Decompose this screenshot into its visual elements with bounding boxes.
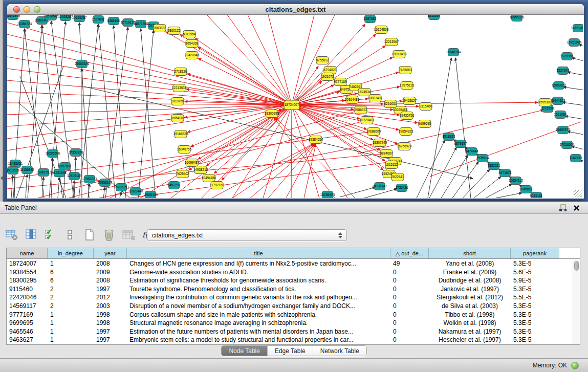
graph-node-label: 7485063 [399,68,412,72]
cell: Changes of HCN gene expression and I(f) … [127,259,390,268]
table-panel-titlebar[interactable]: Table Panel [0,202,588,214]
graph-edge[interactable] [463,169,490,198]
float-window-icon[interactable] [558,204,567,212]
graph-edge[interactable] [358,110,543,154]
column-header-pagerank[interactable]: pagerank [511,248,559,258]
graph-node-label: 17359926 [69,150,83,154]
graph-edge[interactable] [79,23,89,198]
graph-edge[interactable] [455,58,471,198]
graph-edge[interactable] [565,116,583,119]
table-row[interactable]: 911546021997Tourette syndrome. Phenomeno… [7,285,573,294]
select-rows-checks-icon[interactable] [44,228,57,242]
table-row[interactable]: 977716911998Corpus callosum shape and si… [7,311,573,319]
graph-edge[interactable] [568,132,583,135]
window-titlebar[interactable]: citations_edges.txt [7,4,584,15]
resize-grip[interactable] [574,190,582,197]
table-row[interactable]: 946554611997Estimation of the future num… [7,327,573,336]
graph-edge[interactable] [568,72,583,75]
graph-edge[interactable] [141,29,156,198]
graph-node-label: 15845109 [143,193,158,196]
graph-edge[interactable] [417,140,445,198]
graph-edge[interactable] [486,184,512,198]
import-table-disabled-icon [122,228,135,242]
graph-edge[interactable] [274,118,335,198]
graph-edge[interactable] [58,178,59,198]
delete-trash-icon[interactable] [102,228,116,242]
graph-edge[interactable] [340,187,375,197]
cell: 0 [390,293,429,302]
graph-node-label: 12213535 [172,86,187,90]
table-row[interactable]: 969969511998Structural magnetic resonanc… [7,319,573,327]
graph-edge[interactable] [110,105,292,198]
graph-edge[interactable] [212,144,313,198]
graph-edge[interactable] [474,177,501,198]
scrollbar-thumb[interactable] [574,261,579,271]
graph-edge[interactable] [207,15,292,105]
row-height-icon[interactable] [63,228,77,242]
cell: 5.3E-5 [511,327,559,336]
table-row[interactable]: 1938455462009Genome-wide association stu… [7,268,573,277]
tab-network-table[interactable]: Network Table [313,346,366,356]
column-header-year[interactable]: year [94,248,127,258]
graph-node-label: 2935114 [476,156,489,160]
graph-edge[interactable] [496,193,522,198]
tab-edge-table[interactable]: Edge Table [268,346,313,356]
graph-node-label: 10494456 [202,176,216,180]
table-row[interactable]: 2242004622012Investigating the contribut… [7,293,573,302]
column-visibility-icon[interactable] [25,228,38,242]
network-graph[interactable]: 2164634924055724206914061853054610553287… [7,15,583,198]
table-row[interactable]: 946362711997Embryonic stem cells: a mode… [7,336,573,344]
minimize-window-button[interactable] [24,6,30,13]
table-row[interactable]: 1872400712008Changes of HCN gene express… [7,259,573,268]
graph-edge[interactable] [562,102,583,105]
cell: 1997 [94,327,127,336]
graph-edge[interactable] [7,105,292,126]
graph-node-label: 16648784 [446,50,461,54]
graph-edge[interactable] [7,57,292,105]
table-selector-dropdown[interactable]: citations_edges.txt [147,229,347,241]
column-header-title[interactable]: title [127,248,390,258]
graph-edge[interactable] [292,24,365,105]
graph-edge[interactable] [11,175,13,198]
graph-edge[interactable] [26,174,27,198]
close-panel-icon[interactable] [572,204,581,212]
graph-node-label: 14671358 [134,22,148,26]
network-canvas[interactable]: 2164634924055724206914061853054610553287… [7,15,583,198]
column-header-out_de[interactable]: △ out_de... [390,248,429,258]
memory-ok-indicator[interactable] [571,362,579,369]
expand-panel-arrow-icon[interactable] [1,176,3,180]
close-window-button[interactable] [13,6,20,13]
vertical-scrollbar[interactable] [573,259,580,344]
graph-node-label: 29053346 [75,62,90,65]
cell: 1997 [94,285,127,294]
cell: 9115460 [7,285,48,294]
graph-edge[interactable] [429,147,456,198]
graph-edge[interactable] [286,144,315,198]
column-header-in_degree[interactable]: in_degree [48,248,94,258]
graph-node-label: 14938212 [193,168,208,171]
graph-edge[interactable] [114,26,126,198]
graph-edge[interactable] [292,105,347,198]
graph-edge[interactable] [291,105,292,198]
graph-edge[interactable] [51,158,53,198]
graph-edge[interactable] [232,105,292,198]
column-header-name[interactable]: name [7,248,48,258]
table-row[interactable]: 1456911722003Disruption of a novel membe… [7,302,573,311]
graph-edge[interactable] [428,58,451,198]
new-file-icon[interactable] [83,228,96,242]
tab-node-table[interactable]: Node Table [222,346,268,356]
cell: 5.3E-5 [511,285,559,294]
graph-node-label: 10654112 [509,179,523,182]
graph-edge[interactable] [250,144,314,198]
graph-edge[interactable] [292,105,383,170]
graph-edge[interactable] [563,87,583,90]
graph-edge[interactable] [105,27,128,198]
graph-edge[interactable] [572,146,583,149]
column-header-short[interactable]: short [429,248,511,258]
zoom-window-button[interactable] [34,6,40,13]
graph-edge[interactable] [138,30,154,198]
table-row[interactable]: 1830029562008Estimation of significance … [7,276,573,285]
graph-edge[interactable] [292,15,314,105]
table-settings-icon[interactable] [5,228,18,242]
graph-edge[interactable] [572,58,583,61]
